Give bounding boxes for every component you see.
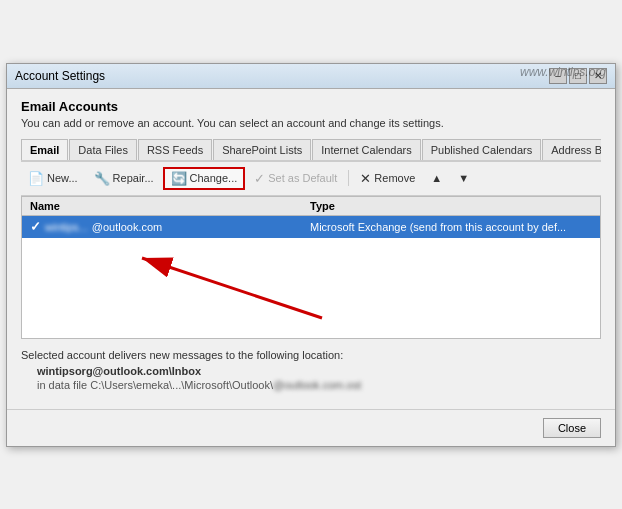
repair-button[interactable]: 🔧 Repair... (87, 168, 161, 189)
status-datafile-text: in data file C:\Users\emeka\...\Microsof… (37, 379, 273, 391)
window-title: Account Settings (15, 69, 105, 83)
toolbar-separator (348, 170, 349, 186)
new-label: New... (47, 172, 78, 184)
status-datafile-blurred: @outlook.com.ost (273, 379, 361, 391)
change-button[interactable]: 🔄 Change... (163, 167, 246, 190)
tab-published-calendars[interactable]: Published Calendars (422, 139, 542, 160)
toolbar: 📄 New... 🔧 Repair... 🔄 Change... ✓ Set a… (21, 162, 601, 196)
status-datafile: in data file C:\Users\emeka\...\Microsof… (37, 379, 601, 391)
close-button-footer[interactable]: Close (543, 418, 601, 438)
tab-bar: Email Data Files RSS Feeds SharePoint Li… (21, 139, 601, 162)
main-content: Email Accounts You can add or remove an … (7, 89, 615, 401)
type-column-header: Type (302, 197, 600, 215)
svg-line-1 (142, 258, 322, 318)
account-name-blurred: wintips... (45, 221, 88, 233)
change-icon: 🔄 (171, 171, 187, 186)
section-description: You can add or remove an account. You ca… (21, 117, 601, 129)
section-title: Email Accounts (21, 99, 601, 114)
up-arrow-icon: ▲ (431, 172, 442, 184)
tab-email[interactable]: Email (21, 139, 68, 162)
list-header: Name Type (22, 197, 600, 216)
new-button[interactable]: 📄 New... (21, 168, 85, 189)
remove-button[interactable]: ✕ Remove (353, 168, 422, 189)
set-default-label: Set as Default (268, 172, 337, 184)
down-arrow-icon: ▼ (458, 172, 469, 184)
red-arrow-graphic (122, 248, 342, 338)
move-down-button[interactable]: ▼ (451, 169, 476, 187)
tab-internet-calendars[interactable]: Internet Calendars (312, 139, 421, 160)
bottom-bar: Close (7, 409, 615, 446)
account-type-cell: Microsoft Exchange (send from this accou… (302, 218, 600, 236)
tab-data-files[interactable]: Data Files (69, 139, 137, 160)
tab-rss-feeds[interactable]: RSS Feeds (138, 139, 212, 160)
account-name-cell: ✓ wintips...@outlook.com (22, 216, 302, 237)
table-row[interactable]: ✓ wintips...@outlook.com Microsoft Excha… (22, 216, 600, 238)
remove-icon: ✕ (360, 171, 371, 186)
new-icon: 📄 (28, 171, 44, 186)
set-default-icon: ✓ (254, 171, 265, 186)
repair-label: Repair... (113, 172, 154, 184)
move-up-button[interactable]: ▲ (424, 169, 449, 187)
account-settings-window: Account Settings – □ ✕ Email Accounts Yo… (6, 63, 616, 447)
list-empty-area (22, 238, 600, 338)
repair-icon: 🔧 (94, 171, 110, 186)
status-label: Selected account delivers new messages t… (21, 349, 601, 361)
set-default-button[interactable]: ✓ Set as Default (247, 168, 344, 189)
accounts-list: Name Type ✓ wintips...@outlook.com Micro… (21, 196, 601, 339)
name-column-header: Name (22, 197, 302, 215)
selected-check-icon: ✓ (30, 219, 41, 234)
change-label: Change... (190, 172, 238, 184)
remove-label: Remove (374, 172, 415, 184)
status-inbox: wintipsorg@outlook.com\Inbox (37, 365, 601, 377)
account-name-suffix: @outlook.com (92, 221, 162, 233)
tab-sharepoint-lists[interactable]: SharePoint Lists (213, 139, 311, 160)
watermark: www.wintips.org (520, 65, 606, 79)
status-area: Selected account delivers new messages t… (21, 339, 601, 391)
tab-address-books[interactable]: Address Books (542, 139, 601, 160)
